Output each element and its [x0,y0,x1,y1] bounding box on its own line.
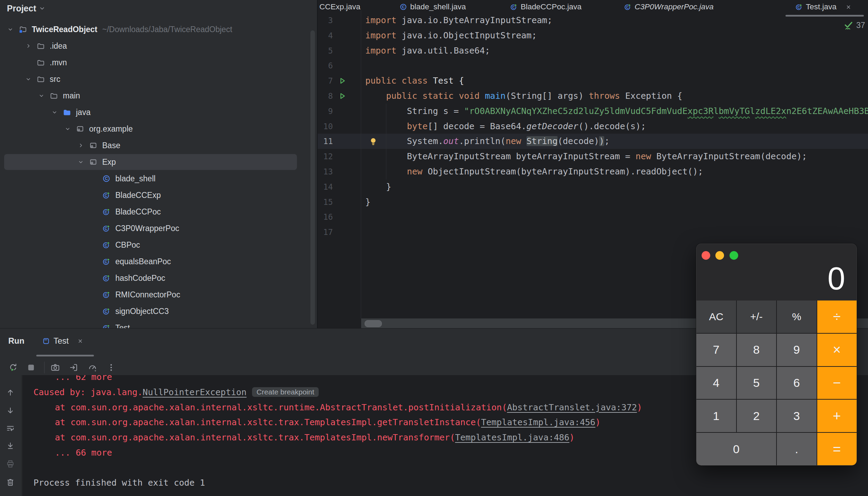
stack-trace-link[interactable]: TemplatesImpl.java:456 [481,417,595,427]
calc-button-[interactable]: +/- [737,301,777,333]
tree-item-twicereadobject[interactable]: TwiceReadObject~/Downloads/Jaba/TwiceRea… [0,21,317,38]
chevron-down-icon[interactable] [77,159,84,165]
console-line: at com.sun.org.apache.xalan.internal.xsl… [55,430,575,445]
chevron-right-icon[interactable] [25,42,32,49]
svg-text:C: C [105,309,107,314]
scrollbar-thumb[interactable] [365,320,382,327]
calc-button-6[interactable]: 6 [777,367,817,399]
gauge-icon[interactable] [88,363,97,372]
svg-text:C: C [105,176,108,181]
calc-button-[interactable]: − [817,367,857,399]
arrow-up-icon[interactable] [6,388,15,397]
printer-icon[interactable] [6,459,15,468]
tree-item-label: .idea [50,38,67,54]
chevron-down-icon[interactable] [7,26,14,33]
kebab-icon[interactable] [106,363,116,372]
calc-button-[interactable]: ÷ [817,301,857,333]
code-text: } [365,179,391,194]
calc-button-0[interactable]: 0 [696,433,776,465]
chevron-down-icon[interactable] [64,125,71,132]
tree-item-org-example[interactable]: org.example [0,121,317,137]
tree-item-src[interactable]: src [0,71,317,87]
tree-item-signobjectcc3[interactable]: CsignObjectCC3 [0,303,317,319]
chevron-down-icon[interactable] [51,109,58,116]
tree-item-bladeccpoc[interactable]: CBladeCCPoc [0,203,317,220]
calc-button-8[interactable]: 8 [737,334,777,366]
chevron-down-icon[interactable] [25,76,32,83]
run-tab-test[interactable]: Test [42,334,84,348]
calc-button-9[interactable]: 9 [777,334,817,366]
class-icon: C [399,3,407,11]
tab-c3p0wrapperpoc-java[interactable]: CC3P0WrapperPoc.java [624,0,714,14]
stack-trace-link[interactable]: AbstractTranslet.java:372 [507,402,637,412]
tree-item-hashcodepoc[interactable]: ChashCodePoc [0,270,317,286]
close-icon[interactable] [845,4,852,10]
tree-item-rmiconnectorpoc[interactable]: CRMIConnectorPoc [0,286,317,303]
tree-item-exp[interactable]: Exp [0,154,317,170]
chevron-down-icon[interactable] [38,92,45,99]
class-run-icon: C [624,3,631,11]
run-line-icon[interactable] [338,92,347,101]
tab-ccexp-java[interactable]: CCExp.java [319,0,360,14]
code-line-11: 11 System.out.println(new String(decode)… [318,134,868,149]
tree-item-bladeccexp[interactable]: CBladeCCExp [0,187,317,203]
tree-item-base[interactable]: Base [0,137,317,154]
tree-item-label: equalsBeanPoc [115,253,171,270]
calc-button-7[interactable]: 7 [696,334,736,366]
stack-trace-link[interactable]: TemplatesImpl.java:486 [455,432,569,442]
tree-item-label: Base [102,137,120,154]
stop-icon[interactable] [26,363,36,372]
tree-item--idea[interactable]: .idea [0,38,317,54]
import-icon[interactable] [69,363,79,372]
trash-icon[interactable] [6,478,15,487]
calc-button-2[interactable]: 2 [737,400,777,432]
tab-blade-shell-java[interactable]: Cblade_shell.java [399,0,466,14]
window-zoom-button[interactable] [730,251,738,260]
calc-button-[interactable]: % [777,301,817,333]
package-icon [76,125,84,133]
window-close-button[interactable] [702,251,710,260]
folder-icon [37,42,45,50]
calc-button-[interactable]: + [817,400,857,432]
calc-button-3[interactable]: 3 [777,400,817,432]
arrow-down-icon[interactable] [6,406,15,415]
code-text: import java.util.Base64; [365,43,490,58]
tree-item-main[interactable]: main [0,87,317,104]
scrollend-icon[interactable] [6,441,15,450]
chevron-right-icon[interactable] [77,142,84,149]
tree-item-equalsbeanpoc[interactable]: CequalsBeanPoc [0,253,317,270]
tree-item-java[interactable]: java [0,104,317,121]
svg-text:C: C [402,5,405,9]
calc-button-AC[interactable]: AC [696,301,736,333]
tree-item-blade-shell[interactable]: Cblade_shell [0,170,317,187]
camera-icon[interactable] [50,363,60,372]
calc-button-4[interactable]: 4 [696,367,736,399]
tab-test-java[interactable]: CTest.java [795,0,852,14]
line-number: 10 [318,119,333,134]
close-icon[interactable] [77,338,84,344]
class-run-icon: C [102,191,110,199]
tree-item-test[interactable]: CTest [0,319,317,328]
code-text: public class Test { [365,73,464,88]
calc-button-5[interactable]: 5 [737,367,777,399]
stack-trace-link[interactable]: NullPointerException [143,387,247,397]
tree-item-c3p0wrapperpoc[interactable]: CC3P0WrapperPoc [0,220,317,237]
class-run-icon: C [102,208,110,216]
project-tree-scrollbar[interactable] [310,30,315,325]
class-run-icon: C [795,3,803,11]
calc-button-[interactable]: = [817,433,857,465]
run-line-icon[interactable] [338,76,347,85]
softwrap-icon[interactable] [6,424,15,433]
window-minimize-button[interactable] [715,251,724,260]
rerun-icon[interactable] [8,363,18,372]
calc-button-1[interactable]: 1 [696,400,736,432]
calc-button-[interactable]: . [777,433,817,465]
calc-button-[interactable]: × [817,334,857,366]
tree-item--mvn[interactable]: .mvn [0,54,317,71]
create-breakpoint-badge[interactable]: Create breakpoint [252,387,319,397]
tree-item-cbpoc[interactable]: CCBPoc [0,237,317,253]
tree-item-label: TwiceReadObject~/Downloads/Jaba/TwiceRea… [32,21,232,38]
line-number: 15 [318,194,333,210]
project-panel-header[interactable]: Project [7,2,46,15]
tab-bladeccpoc-java[interactable]: CBladeCCPoc.java [510,0,581,14]
